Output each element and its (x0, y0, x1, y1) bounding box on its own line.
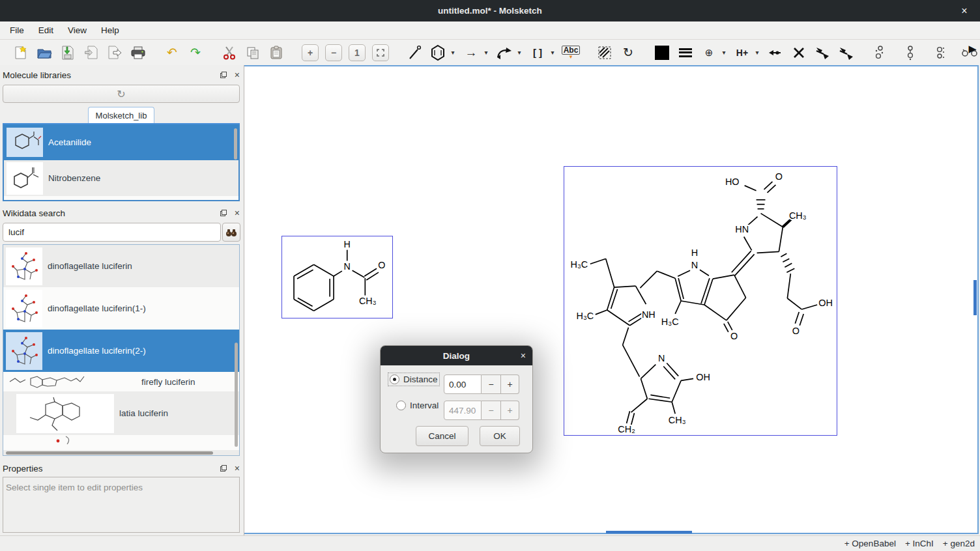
tab-molsketch-lib[interactable]: Molsketch_lib (88, 107, 154, 124)
ring-tool-dropdown[interactable]: ▾ (448, 43, 457, 63)
list-item-dino-luciferin-2[interactable]: dinoflagellate luciferin(2-) (3, 330, 239, 372)
zoom-fit-button[interactable] (371, 43, 390, 63)
list-item-nitrobenzene[interactable]: Nitrobenzene (4, 160, 238, 196)
mechanism-arrow-tool[interactable] (495, 43, 514, 63)
svg-text:O: O (378, 260, 385, 270)
svg-text:O: O (730, 331, 738, 341)
toolbar-overflow-button[interactable]: ▶ (968, 43, 976, 55)
list-item-acetanilide[interactable]: Acetanilide (4, 124, 238, 160)
list-item-partial[interactable] (3, 435, 239, 448)
charge-tool-dropdown[interactable]: ▾ (719, 43, 728, 63)
mechanism-arrow-dropdown[interactable]: ▾ (515, 43, 524, 63)
paste-button[interactable] (267, 43, 286, 63)
list-item-dino-luciferin[interactable]: dinoflagellate luciferin (3, 245, 239, 287)
wikidata-scrollbar-vertical[interactable] (235, 343, 238, 447)
drawing-canvas[interactable]: HNOCH₃ HOOCH₃HNHNH₃CH₃CNHH₃CONOHCH₃CH₂OH… (244, 65, 979, 534)
dialog-titlebar[interactable]: Dialog × (381, 346, 532, 365)
list-item-firefly-luciferin[interactable]: firefly luciferin (3, 372, 239, 391)
optimize-structure-tool[interactable] (870, 43, 889, 63)
zoom-in-button[interactable]: + (300, 43, 320, 63)
selection-hatch-tool[interactable] (595, 43, 614, 63)
wikidata-search-button[interactable] (222, 223, 240, 242)
copy-button[interactable] (243, 43, 263, 63)
zoom-reset-button[interactable]: 1 (347, 43, 367, 63)
zoom-out-button[interactable]: − (324, 43, 343, 63)
interval-plus-button[interactable]: + (501, 401, 519, 420)
print-button[interactable] (128, 43, 148, 63)
undo-button[interactable]: ↶ (162, 43, 182, 63)
panel-close-icon[interactable]: × (235, 70, 240, 79)
molecule-thumbnail (16, 394, 114, 433)
svg-text:O: O (792, 326, 800, 336)
bracket-tool-dropdown[interactable]: ▾ (548, 43, 557, 63)
list-item-latia-luciferin[interactable]: latia luciferin (3, 391, 239, 435)
reaction-arrow-dropdown[interactable]: ▾ (482, 43, 491, 63)
library-scrollbar[interactable] (234, 128, 237, 160)
line-width-button[interactable] (676, 43, 695, 63)
distance-value[interactable]: 0.00 (444, 374, 482, 394)
interval-minus-button[interactable]: − (482, 401, 501, 420)
window-close-button[interactable]: × (955, 0, 973, 21)
molecule-acetanilide[interactable]: HNOCH₃ (281, 236, 393, 318)
open-file-button[interactable] (35, 43, 54, 63)
ok-button[interactable]: OK (480, 426, 520, 446)
wikidata-search-input[interactable]: lucif (3, 223, 221, 242)
import-button[interactable] (81, 43, 101, 63)
distance-plus-button[interactable]: + (501, 374, 519, 394)
redo-button[interactable]: ↷ (186, 43, 205, 63)
export-button[interactable] (105, 43, 124, 63)
charge-molecule-tool[interactable] (931, 43, 951, 63)
draw-bond-tool[interactable] (405, 43, 424, 63)
svg-text:N: N (658, 353, 665, 363)
list-item-dino-luciferin-1[interactable]: dinoflagellate luciferin(1-) (3, 287, 239, 330)
save-button[interactable] (58, 43, 78, 63)
main-toolbar: ↶ ↷ + − 1 ▾ → ▾ ▾ [ ] ▾ Abc▾ ↻ ⊕ ▾ H+ ▾ (0, 40, 980, 65)
menu-bar: File Edit View Help (0, 21, 980, 40)
dialog-close-button[interactable]: × (521, 350, 526, 361)
menu-view[interactable]: View (61, 23, 94, 38)
panel-float-icon[interactable] (220, 210, 227, 216)
hydrogen-tool[interactable]: H+ (732, 43, 752, 63)
new-file-button[interactable] (11, 43, 31, 63)
svg-text:O: O (775, 171, 783, 182)
canvas-vertical-scrollbar[interactable] (973, 280, 977, 315)
status-gen2d: + gen2d (943, 539, 975, 548)
reaction-arrow-tool[interactable]: → (461, 43, 481, 63)
molecule-luciferin[interactable]: HOOCH₃HNHNH₃CH₃CNHH₃CONOHCH₃CH₂OHO (564, 166, 837, 436)
library-refresh-button[interactable]: ↻ (3, 85, 240, 103)
wedge-bond-tool[interactable] (813, 43, 832, 63)
molecule-thumbnail (6, 373, 136, 390)
hydrogen-tool-dropdown[interactable]: ▾ (753, 43, 762, 63)
bracket-tool[interactable]: [ ] (528, 43, 547, 63)
svg-text:CH₃: CH₃ (669, 415, 686, 425)
panel-close-icon[interactable]: × (235, 464, 240, 473)
hash-bond-tool[interactable] (836, 43, 856, 63)
distance-spinbox: 0.00 − + (444, 374, 519, 394)
charge-tool[interactable]: ⊕ (699, 43, 719, 63)
add-hydrogen-tool[interactable] (766, 43, 785, 63)
interval-value[interactable]: 447.90 (444, 401, 482, 420)
properties-panel-header: Properties × (3, 461, 240, 475)
menu-edit[interactable]: Edit (31, 23, 61, 38)
interval-radio[interactable]: Interval (396, 401, 439, 410)
align-molecules-tool[interactable] (901, 43, 920, 63)
delete-tool[interactable] (789, 43, 809, 63)
distance-minus-button[interactable]: − (482, 374, 501, 394)
molecule-thumbnail (6, 247, 42, 285)
wikidata-scrollbar-horizontal[interactable] (3, 450, 239, 455)
menu-file[interactable]: File (3, 23, 31, 38)
cut-button[interactable] (220, 43, 239, 63)
distance-radio[interactable]: Distance (390, 374, 438, 384)
menu-help[interactable]: Help (94, 23, 126, 38)
panel-close-icon[interactable]: × (235, 208, 240, 218)
panel-float-icon[interactable] (220, 72, 227, 78)
cancel-button[interactable]: Cancel (416, 426, 468, 446)
panel-float-icon[interactable] (220, 465, 227, 472)
text-tool[interactable]: Abc▾ (561, 43, 581, 63)
ring-tool[interactable] (428, 43, 448, 63)
svg-text:H: H (344, 239, 351, 249)
color-picker-button[interactable] (652, 43, 672, 63)
library-list: Acetanilide Nitrobenzene (3, 124, 240, 201)
rotate-tool[interactable]: ↻ (618, 43, 638, 63)
canvas-horizontal-scrollbar[interactable] (606, 531, 692, 533)
